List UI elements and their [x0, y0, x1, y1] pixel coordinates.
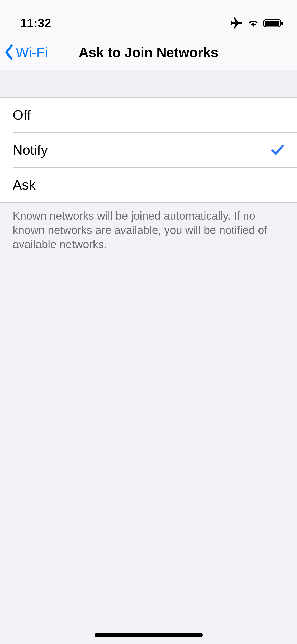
status-icons	[229, 16, 284, 30]
home-indicator	[95, 633, 203, 637]
option-label: Off	[13, 107, 31, 123]
checkmark-icon	[271, 143, 284, 157]
svg-rect-2	[281, 22, 283, 25]
status-time: 11:32	[13, 16, 51, 30]
navigation-bar: Wi-Fi Ask to Join Networks	[0, 35, 297, 70]
option-label: Notify	[13, 142, 48, 158]
footer-note: Known networks will be joined automatica…	[0, 203, 297, 258]
option-off[interactable]: Off	[0, 98, 297, 132]
option-label: Ask	[13, 177, 36, 193]
option-notify[interactable]: Notify	[0, 132, 297, 167]
list-spacer	[0, 70, 297, 97]
battery-icon	[263, 18, 284, 29]
option-ask[interactable]: Ask	[0, 167, 297, 202]
options-list: Off Notify Ask	[0, 97, 297, 203]
page-title: Ask to Join Networks	[79, 44, 218, 60]
status-bar: 11:32	[0, 0, 297, 35]
svg-rect-1	[265, 21, 279, 26]
wifi-icon	[247, 17, 260, 30]
airplane-mode-icon	[229, 16, 243, 30]
back-button[interactable]: Wi-Fi	[4, 44, 48, 61]
back-label: Wi-Fi	[16, 44, 48, 60]
chevron-left-icon	[4, 44, 14, 61]
